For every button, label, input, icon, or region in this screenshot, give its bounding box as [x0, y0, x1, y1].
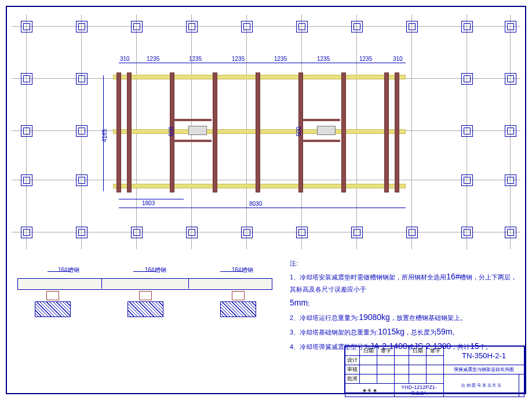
tb-row: 审核: [345, 365, 360, 374]
column-marker: [351, 21, 363, 32]
slab-joint: [188, 278, 189, 289]
equipment-pad: [188, 126, 207, 135]
note-text: ，放置在槽钢基础钢架上。: [390, 314, 467, 321]
section-slab: [17, 278, 272, 290]
damper-box: [232, 291, 245, 300]
dim-line: [119, 63, 406, 63]
beam-v: [384, 72, 389, 192]
column-marker: [406, 227, 418, 238]
column-marker: [505, 174, 516, 186]
grid-v: [411, 14, 412, 249]
dim-line: [119, 199, 184, 199]
note-text: ;: [308, 300, 309, 307]
dim-text: 1235: [147, 56, 159, 62]
note-text: 。: [452, 329, 458, 336]
damper-box: [46, 291, 59, 300]
column-marker: [241, 227, 253, 238]
isolator: [133, 290, 156, 301]
plan-view: [113, 72, 406, 191]
dim-text: 1235: [317, 56, 330, 62]
dim-text: 8030: [249, 201, 262, 207]
dim-text: 500: [296, 126, 302, 136]
tb-model: TN-350H-2-1: [444, 347, 524, 365]
column-marker: [21, 73, 32, 85]
note-text: 2、冷却塔运行总重量为:: [290, 314, 359, 321]
dim-text: 500: [168, 126, 174, 136]
grid-h: [12, 26, 520, 27]
note-3: 3、冷却塔基础钢架的总重量为:1015kg，总长度为59m。: [290, 325, 520, 339]
note-value: 16#: [446, 272, 460, 281]
column-marker: [131, 227, 143, 238]
isolator: [41, 290, 64, 301]
connector: [171, 119, 212, 121]
isolator: [226, 290, 249, 301]
dim-line: [119, 208, 406, 208]
tb-col: 签字: [427, 347, 444, 356]
note-text: 3、冷却塔基础钢架的总重量为:: [290, 329, 378, 336]
grid-h: [12, 232, 520, 232]
dim-text: 1235: [232, 56, 245, 62]
title-block: 日期签字日期签字 TN-350H-2-1 设计 审核 弹簧减震垫与钢架基础布局图…: [344, 346, 525, 393]
tb-meta: 比 例 图 号 第 页 共 页: [444, 374, 519, 397]
tb-col: 日期: [360, 347, 377, 356]
column-marker: [461, 174, 473, 186]
foundation: [35, 301, 71, 317]
channel-label: 16#槽钢: [232, 266, 253, 274]
note-1: 1、冷却塔安装减震垫时需做槽钢钢架，所用钢材全选用16#槽钢，分上下两层，其标高…: [290, 270, 520, 310]
tb-col: 签字: [377, 347, 395, 356]
note-text: 1、冷却塔安装减震垫时需做槽钢钢架，所用钢材全选用: [290, 274, 446, 281]
dim-text: 1803: [142, 200, 155, 206]
dim-text: 4165: [101, 129, 108, 142]
tb-row: 批准: [345, 374, 360, 384]
note-value: 5mm: [290, 298, 308, 307]
column-marker: [76, 174, 88, 186]
column-marker: [505, 125, 516, 137]
connector: [171, 140, 212, 142]
column-marker: [21, 227, 32, 238]
tb-code: YHD-1212PZ1-S.2.2A: [395, 384, 444, 397]
notes-head: 注:: [290, 258, 520, 270]
column-marker: [505, 21, 516, 32]
column-marker: [76, 21, 88, 32]
column-marker: [186, 21, 198, 32]
column-marker: [505, 73, 516, 85]
column-marker: [461, 21, 473, 32]
tb-row: 设计: [345, 356, 360, 365]
slab-joint: [101, 278, 102, 289]
tb-desc: 弹簧减震垫与钢架基础布局图: [444, 365, 524, 374]
note-text: ，总长度为: [405, 329, 436, 336]
column-marker: [21, 125, 32, 137]
column-marker: [461, 125, 473, 137]
tb-col: 日期: [409, 347, 427, 356]
connector: [300, 140, 340, 142]
channel-label: 16#槽钢: [58, 266, 79, 274]
column-marker: [76, 125, 88, 137]
dim-text: 1235: [189, 56, 202, 62]
note-value: 19080kg: [359, 312, 390, 322]
column-marker: [461, 73, 473, 85]
beam-v: [341, 72, 346, 192]
damper-box: [139, 291, 152, 300]
dim-text: 1235: [274, 56, 287, 62]
beam-v: [395, 72, 399, 192]
note-value: 59m: [436, 327, 452, 336]
beam-v: [213, 72, 217, 192]
column-marker: [76, 73, 88, 85]
section-view: 16#槽钢 16#槽钢 16#槽钢: [17, 270, 272, 333]
notes-block: 注: 1、冷却塔安装减震垫时需做槽钢钢架，所用钢材全选用16#槽钢，分上下两层，…: [290, 258, 520, 354]
column-marker: [21, 174, 32, 186]
connector: [300, 119, 340, 121]
foundation: [127, 301, 163, 317]
column-marker: [505, 227, 516, 238]
dim-text: 310: [120, 56, 130, 62]
beam-v: [256, 72, 260, 192]
column-marker: [241, 21, 253, 32]
column-marker: [406, 21, 418, 32]
channel-label: 16#槽钢: [145, 266, 166, 274]
note-2: 2、冷却塔运行总重量为:19080kg，放置在槽钢基础钢架上。: [290, 310, 520, 325]
dim-text: 310: [393, 56, 403, 62]
column-marker: [351, 227, 363, 238]
foundation: [220, 301, 256, 317]
beam-v: [116, 72, 121, 192]
column-marker: [76, 227, 88, 238]
